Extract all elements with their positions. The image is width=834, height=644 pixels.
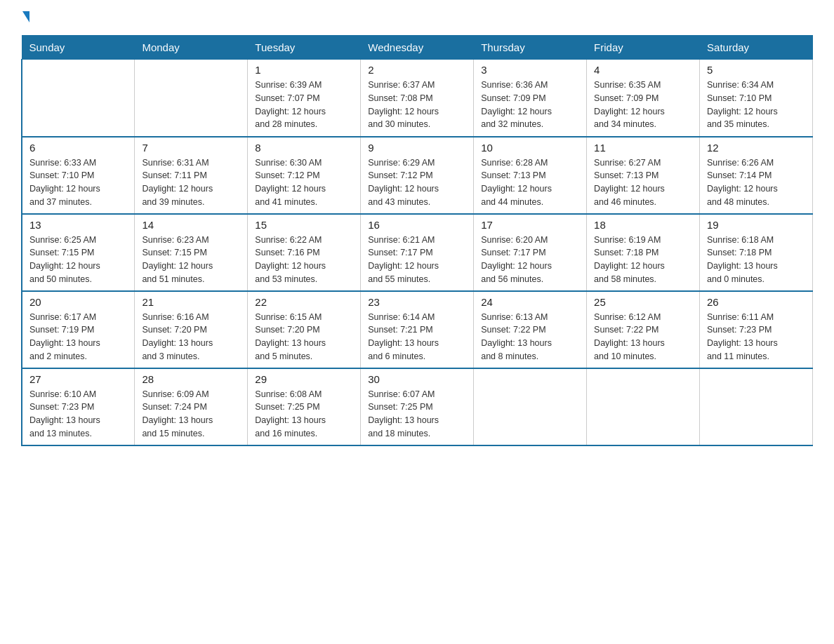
calendar-cell: 19Sunrise: 6:18 AM Sunset: 7:18 PM Dayli… (700, 214, 813, 291)
day-number: 23 (368, 296, 466, 308)
calendar-cell: 13Sunrise: 6:25 AM Sunset: 7:15 PM Dayli… (22, 214, 135, 291)
day-info: Sunrise: 6:34 AM Sunset: 7:10 PM Dayligh… (707, 79, 805, 131)
day-info: Sunrise: 6:16 AM Sunset: 7:20 PM Dayligh… (142, 311, 240, 363)
page-header (21, 14, 813, 21)
day-info: Sunrise: 6:17 AM Sunset: 7:19 PM Dayligh… (29, 311, 127, 363)
calendar-week-1: 1Sunrise: 6:39 AM Sunset: 7:07 PM Daylig… (22, 60, 813, 137)
calendar-cell: 4Sunrise: 6:35 AM Sunset: 7:09 PM Daylig… (587, 60, 700, 137)
calendar-cell: 28Sunrise: 6:09 AM Sunset: 7:24 PM Dayli… (135, 368, 248, 445)
calendar-cell: 7Sunrise: 6:31 AM Sunset: 7:11 PM Daylig… (135, 137, 248, 214)
calendar-cell: 23Sunrise: 6:14 AM Sunset: 7:21 PM Dayli… (361, 291, 474, 368)
day-number: 18 (594, 219, 692, 231)
calendar-table: Sunday Monday Tuesday Wednesday Thursday… (21, 35, 813, 446)
day-number: 12 (707, 142, 805, 154)
logo (21, 14, 29, 21)
col-thursday: Thursday (474, 36, 587, 60)
day-info: Sunrise: 6:08 AM Sunset: 7:25 PM Dayligh… (255, 388, 353, 441)
calendar-cell: 16Sunrise: 6:21 AM Sunset: 7:17 PM Dayli… (361, 214, 474, 291)
day-number: 19 (707, 219, 805, 231)
day-info: Sunrise: 6:13 AM Sunset: 7:22 PM Dayligh… (481, 311, 579, 363)
day-info: Sunrise: 6:20 AM Sunset: 7:17 PM Dayligh… (481, 234, 579, 286)
calendar-cell: 2Sunrise: 6:37 AM Sunset: 7:08 PM Daylig… (361, 60, 474, 137)
day-info: Sunrise: 6:14 AM Sunset: 7:21 PM Dayligh… (368, 311, 466, 363)
calendar-cell: 11Sunrise: 6:27 AM Sunset: 7:13 PM Dayli… (587, 137, 700, 214)
day-info: Sunrise: 6:26 AM Sunset: 7:14 PM Dayligh… (707, 156, 805, 209)
day-number: 22 (255, 296, 353, 308)
day-number: 13 (29, 219, 127, 231)
day-number: 17 (481, 219, 579, 231)
day-number: 26 (707, 296, 805, 308)
day-info: Sunrise: 6:33 AM Sunset: 7:10 PM Dayligh… (29, 156, 127, 209)
day-number: 30 (368, 373, 466, 385)
col-tuesday: Tuesday (248, 36, 361, 60)
day-number: 27 (29, 373, 127, 385)
calendar-cell: 29Sunrise: 6:08 AM Sunset: 7:25 PM Dayli… (248, 368, 361, 445)
calendar-cell: 27Sunrise: 6:10 AM Sunset: 7:23 PM Dayli… (22, 368, 135, 445)
day-number: 29 (255, 373, 353, 385)
col-saturday: Saturday (700, 36, 813, 60)
calendar-week-3: 13Sunrise: 6:25 AM Sunset: 7:15 PM Dayli… (22, 214, 813, 291)
day-info: Sunrise: 6:30 AM Sunset: 7:12 PM Dayligh… (255, 156, 353, 209)
day-number: 20 (29, 296, 127, 308)
day-info: Sunrise: 6:39 AM Sunset: 7:07 PM Dayligh… (255, 79, 353, 131)
day-number: 7 (142, 142, 240, 154)
day-info: Sunrise: 6:07 AM Sunset: 7:25 PM Dayligh… (368, 388, 466, 441)
day-info: Sunrise: 6:19 AM Sunset: 7:18 PM Dayligh… (594, 234, 692, 286)
day-number: 14 (142, 219, 240, 231)
col-monday: Monday (135, 36, 248, 60)
day-info: Sunrise: 6:28 AM Sunset: 7:13 PM Dayligh… (481, 156, 579, 209)
calendar-cell: 12Sunrise: 6:26 AM Sunset: 7:14 PM Dayli… (700, 137, 813, 214)
day-number: 1 (255, 64, 353, 76)
day-info: Sunrise: 6:36 AM Sunset: 7:09 PM Dayligh… (481, 79, 579, 131)
col-sunday: Sunday (22, 36, 135, 60)
day-info: Sunrise: 6:22 AM Sunset: 7:16 PM Dayligh… (255, 234, 353, 286)
calendar-cell: 10Sunrise: 6:28 AM Sunset: 7:13 PM Dayli… (474, 137, 587, 214)
calendar-week-5: 27Sunrise: 6:10 AM Sunset: 7:23 PM Dayli… (22, 368, 813, 445)
calendar-cell: 21Sunrise: 6:16 AM Sunset: 7:20 PM Dayli… (135, 291, 248, 368)
calendar-week-2: 6Sunrise: 6:33 AM Sunset: 7:10 PM Daylig… (22, 137, 813, 214)
day-info: Sunrise: 6:27 AM Sunset: 7:13 PM Dayligh… (594, 156, 692, 209)
day-info: Sunrise: 6:12 AM Sunset: 7:22 PM Dayligh… (594, 311, 692, 363)
calendar-cell: 1Sunrise: 6:39 AM Sunset: 7:07 PM Daylig… (248, 60, 361, 137)
day-number: 5 (707, 64, 805, 76)
calendar-week-4: 20Sunrise: 6:17 AM Sunset: 7:19 PM Dayli… (22, 291, 813, 368)
day-info: Sunrise: 6:23 AM Sunset: 7:15 PM Dayligh… (142, 234, 240, 286)
day-number: 8 (255, 142, 353, 154)
day-info: Sunrise: 6:10 AM Sunset: 7:23 PM Dayligh… (29, 388, 127, 441)
calendar-cell: 14Sunrise: 6:23 AM Sunset: 7:15 PM Dayli… (135, 214, 248, 291)
day-info: Sunrise: 6:21 AM Sunset: 7:17 PM Dayligh… (368, 234, 466, 286)
calendar-cell: 26Sunrise: 6:11 AM Sunset: 7:23 PM Dayli… (700, 291, 813, 368)
day-number: 16 (368, 219, 466, 231)
calendar-cell: 3Sunrise: 6:36 AM Sunset: 7:09 PM Daylig… (474, 60, 587, 137)
day-info: Sunrise: 6:31 AM Sunset: 7:11 PM Dayligh… (142, 156, 240, 209)
calendar-cell: 15Sunrise: 6:22 AM Sunset: 7:16 PM Dayli… (248, 214, 361, 291)
calendar-cell: 22Sunrise: 6:15 AM Sunset: 7:20 PM Dayli… (248, 291, 361, 368)
day-number: 11 (594, 142, 692, 154)
day-number: 10 (481, 142, 579, 154)
calendar-cell: 20Sunrise: 6:17 AM Sunset: 7:19 PM Dayli… (22, 291, 135, 368)
day-info: Sunrise: 6:37 AM Sunset: 7:08 PM Dayligh… (368, 79, 466, 131)
calendar-cell: 30Sunrise: 6:07 AM Sunset: 7:25 PM Dayli… (361, 368, 474, 445)
calendar-cell: 8Sunrise: 6:30 AM Sunset: 7:12 PM Daylig… (248, 137, 361, 214)
day-info: Sunrise: 6:09 AM Sunset: 7:24 PM Dayligh… (142, 388, 240, 441)
calendar-cell: 5Sunrise: 6:34 AM Sunset: 7:10 PM Daylig… (700, 60, 813, 137)
calendar-cell: 6Sunrise: 6:33 AM Sunset: 7:10 PM Daylig… (22, 137, 135, 214)
day-info: Sunrise: 6:25 AM Sunset: 7:15 PM Dayligh… (29, 234, 127, 286)
day-info: Sunrise: 6:18 AM Sunset: 7:18 PM Dayligh… (707, 234, 805, 286)
day-number: 2 (368, 64, 466, 76)
calendar-cell (474, 368, 587, 445)
day-info: Sunrise: 6:35 AM Sunset: 7:09 PM Dayligh… (594, 79, 692, 131)
calendar-cell (700, 368, 813, 445)
calendar-cell: 24Sunrise: 6:13 AM Sunset: 7:22 PM Dayli… (474, 291, 587, 368)
day-info: Sunrise: 6:29 AM Sunset: 7:12 PM Dayligh… (368, 156, 466, 209)
day-number: 4 (594, 64, 692, 76)
calendar-header-row: Sunday Monday Tuesday Wednesday Thursday… (22, 36, 813, 60)
calendar-cell: 9Sunrise: 6:29 AM Sunset: 7:12 PM Daylig… (361, 137, 474, 214)
col-friday: Friday (587, 36, 700, 60)
calendar-cell: 17Sunrise: 6:20 AM Sunset: 7:17 PM Dayli… (474, 214, 587, 291)
day-info: Sunrise: 6:11 AM Sunset: 7:23 PM Dayligh… (707, 311, 805, 363)
day-number: 6 (29, 142, 127, 154)
calendar-cell: 18Sunrise: 6:19 AM Sunset: 7:18 PM Dayli… (587, 214, 700, 291)
day-number: 28 (142, 373, 240, 385)
day-number: 15 (255, 219, 353, 231)
